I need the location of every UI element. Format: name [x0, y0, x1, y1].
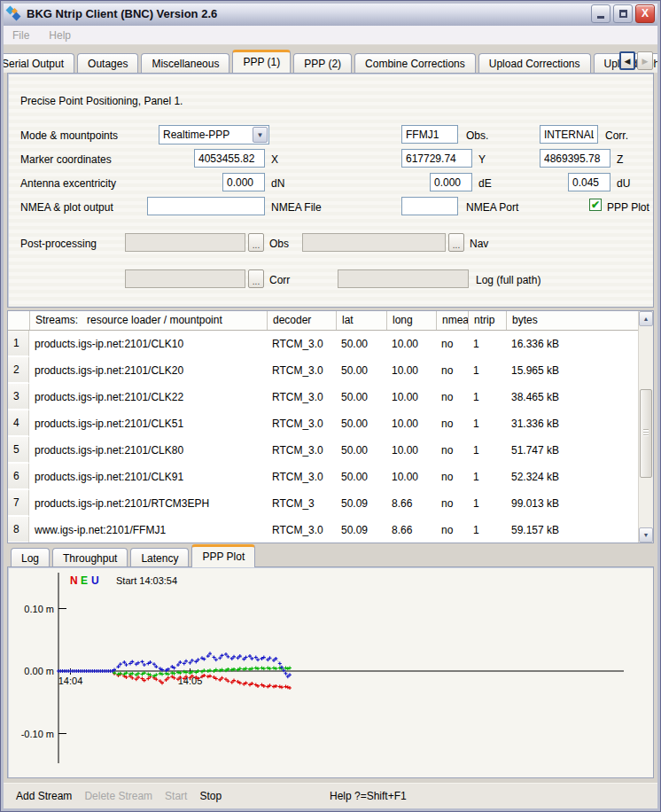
tab-combine-corrections[interactable]: Combine Corrections: [354, 53, 476, 73]
minimize-icon: [597, 16, 604, 19]
table-cell: no: [436, 331, 468, 357]
mode-mountpoints-label: Mode & mountpoints: [20, 129, 118, 142]
table-cell: 50.00: [336, 357, 386, 384]
header-long[interactable]: long: [386, 311, 436, 330]
x-label: X: [271, 153, 278, 166]
antenna-de-input[interactable]: [430, 173, 472, 191]
svg-text:14:04: 14:04: [58, 675, 83, 686]
marker-z-input[interactable]: [540, 149, 610, 168]
header-mountpoint[interactable]: Streams: resource loader / mountpoint: [29, 311, 267, 330]
app-icon: [6, 6, 21, 21]
table-cell: 50.00: [336, 464, 386, 490]
header-decoder[interactable]: decoder: [267, 311, 336, 330]
table-cell: 50.09: [336, 517, 386, 543]
table-row[interactable]: 4products.igs-ip.net:2101/CLK51RTCM_3.05…: [8, 410, 638, 437]
table-cell: products.igs-ip.net:2101/CLK91: [29, 464, 267, 490]
title-bar: BKG Ntrip Client (BNC) Version 2.6 X: [1, 1, 660, 26]
close-button[interactable]: X: [635, 4, 655, 23]
table-cell: RTCM_3.0: [267, 410, 336, 437]
table-cell: no: [436, 357, 468, 384]
post-corr-browse-button[interactable]: ...: [248, 269, 264, 288]
svg-text:E: E: [81, 574, 88, 587]
stop-button[interactable]: Stop: [199, 790, 222, 802]
post-nav-input: [302, 233, 446, 252]
marker-y-input[interactable]: [401, 149, 472, 168]
tab-upload-corrections[interactable]: Upload Corrections: [478, 53, 591, 73]
table-row[interactable]: 7products.igs-ip.net:2101/RTCM3EPHRTCM_3…: [8, 490, 638, 517]
tab-latency[interactable]: Latency: [130, 548, 189, 567]
mode-combobox[interactable]: Realtime-PPP ▼: [159, 125, 269, 144]
marker-coordinates-label: Marker coordinates: [20, 153, 112, 166]
menu-help[interactable]: Help: [49, 29, 71, 42]
tab-ppp-1[interactable]: PPP (1): [232, 50, 291, 73]
obs-mountpoint-input[interactable]: [401, 125, 458, 144]
streams-table-body: 1products.igs-ip.net:2101/CLK10RTCM_3.05…: [8, 331, 638, 543]
tab-scroll-right-button[interactable]: ▶: [637, 51, 653, 70]
nmea-file-label: NMEA File: [271, 201, 322, 214]
table-cell: 15.965 kB: [506, 357, 638, 384]
maximize-icon: [619, 10, 627, 18]
ppp-plot-checkbox[interactable]: ✔: [589, 199, 602, 211]
antenna-du-input[interactable]: [568, 173, 610, 191]
tab-outages[interactable]: Outages: [77, 53, 138, 73]
table-cell: 10.00: [386, 410, 436, 437]
header-nmea[interactable]: nmea: [436, 311, 468, 330]
nmea-file-input[interactable]: [147, 197, 265, 215]
maximize-button[interactable]: [613, 4, 633, 23]
table-cell: 1: [468, 437, 506, 464]
tab-serial-output[interactable]: Serial Output: [4, 53, 74, 73]
header-lat[interactable]: lat: [336, 311, 386, 330]
table-cell: RTCM_3.0: [267, 384, 336, 410]
add-stream-button[interactable]: Add Stream: [16, 790, 72, 802]
menu-file[interactable]: File: [12, 29, 29, 42]
table-row[interactable]: 8www.igs-ip.net:2101/FFMJ1RTCM_3.050.098…: [8, 517, 638, 543]
table-cell: products.igs-ip.net:2101/CLK20: [29, 357, 267, 384]
table-cell: 38.465 kB: [506, 384, 638, 410]
dn-label: dN: [271, 177, 284, 190]
table-row[interactable]: 3products.igs-ip.net:2101/CLK22RTCM_3.05…: [8, 384, 638, 410]
scrollbar-thumb[interactable]: [640, 389, 652, 478]
post-obs-label: Obs: [269, 238, 289, 250]
tab-scroll-left-button[interactable]: ◀: [619, 51, 635, 70]
table-cell: 1: [468, 464, 506, 490]
header-ntrip[interactable]: ntrip: [468, 311, 506, 330]
marker-x-input[interactable]: [194, 149, 265, 168]
tab-ppp-2[interactable]: PPP (2): [293, 53, 352, 73]
table-row[interactable]: 5products.igs-ip.net:2101/CLK80RTCM_3.05…: [8, 437, 638, 464]
tab-log[interactable]: Log: [11, 548, 50, 567]
obs-label: Obs.: [466, 129, 488, 142]
post-obs-browse-button[interactable]: ...: [248, 233, 264, 252]
z-label: Z: [617, 153, 623, 166]
antenna-dn-input[interactable]: [222, 173, 265, 191]
main-tab-bar: Serial Output Outages Miscellaneous PPP …: [4, 47, 657, 73]
svg-text:0.00 m: 0.00 m: [24, 666, 54, 676]
corr-label: Corr.: [605, 129, 628, 142]
post-processing-label: Post-processing: [20, 238, 97, 250]
tab-miscellaneous[interactable]: Miscellaneous: [141, 53, 229, 73]
table-row[interactable]: 6products.igs-ip.net:2101/CLK91RTCM_3.05…: [8, 464, 638, 490]
table-scrollbar[interactable]: ▲ ▼: [638, 311, 653, 543]
minimize-button[interactable]: [591, 4, 610, 23]
panel-title: Precise Point Positioning, Panel 1.: [20, 95, 183, 107]
bottom-tab-bar: Log Throughput Latency PPP Plot: [7, 544, 654, 567]
start-button: Start: [165, 790, 187, 802]
nmea-port-input[interactable]: [401, 197, 458, 215]
post-nav-browse-button[interactable]: ...: [448, 233, 464, 252]
table-row[interactable]: 1products.igs-ip.net:2101/CLK10RTCM_3.05…: [8, 331, 638, 357]
streams-table-header: Streams: resource loader / mountpoint de…: [8, 311, 653, 331]
table-cell: products.igs-ip.net:2101/CLK51: [29, 410, 267, 437]
scroll-up-icon[interactable]: ▲: [639, 311, 653, 326]
table-cell: RTCM_3.0: [267, 517, 336, 543]
table-cell: 1: [468, 357, 506, 384]
tab-ppp-plot[interactable]: PPP Plot: [191, 544, 255, 567]
scroll-down-icon[interactable]: ▼: [639, 527, 653, 543]
table-cell: 50.00: [336, 384, 386, 410]
table-cell: products.igs-ip.net:2101/CLK80: [29, 437, 267, 464]
tab-throughput[interactable]: Throughput: [52, 548, 128, 567]
post-corr-label: Corr: [269, 274, 290, 286]
table-row[interactable]: 2products.igs-ip.net:2101/CLK20RTCM_3.05…: [8, 357, 638, 384]
row-number: 8: [8, 517, 29, 543]
table-cell: no: [436, 464, 468, 490]
corr-mountpoint-input[interactable]: [540, 125, 598, 144]
header-bytes[interactable]: bytes: [506, 311, 653, 330]
